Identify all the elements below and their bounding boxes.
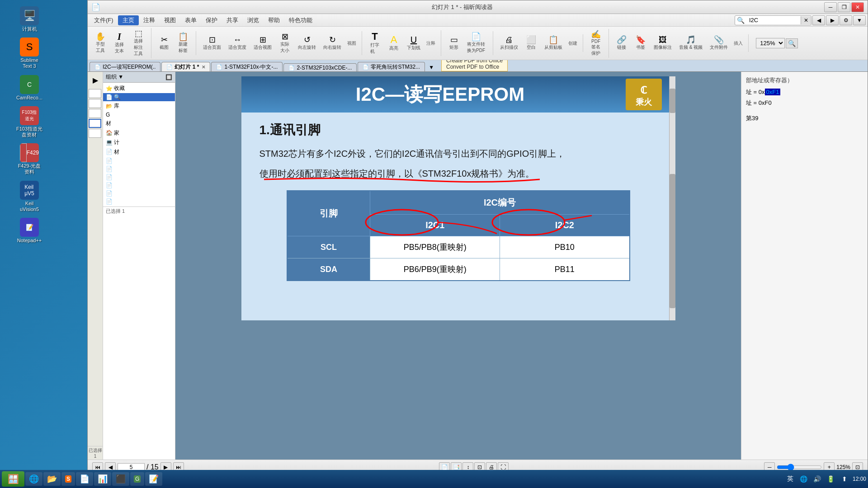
tab-more-button[interactable]: ▼	[426, 63, 437, 71]
search-input[interactable]	[746, 16, 801, 24]
tree-item-materials[interactable]: 材	[103, 119, 175, 128]
bookmark-icon: 🔖	[636, 36, 646, 44]
screenshot-button[interactable]: ✂ 截图	[155, 34, 173, 52]
desktop-icon-computer[interactable]: 🖥️ 计算机	[9, 5, 50, 34]
select-annotation-button[interactable]: ⬚ 选择标注工具	[129, 28, 147, 58]
tree-item-doc3[interactable]: 📄	[103, 165, 175, 173]
zoom-select[interactable]: 125% 100% 75% 150%	[756, 38, 785, 48]
tree-item-doc6[interactable]: 📄	[103, 189, 175, 197]
stamp-button[interactable]: 📋 新建标签	[174, 31, 192, 55]
taskbar-item-sublime[interactable]: S	[61, 472, 75, 486]
desktop-icon-f103[interactable]: F103指道光 F103指道光盘资材	[9, 104, 50, 140]
minimize-button[interactable]: ─	[824, 2, 837, 12]
right-panel-line2: 址 = 0xF0	[746, 99, 863, 107]
hand-tool-button[interactable]: ✋ 手型工具	[91, 31, 109, 55]
tab-close-2[interactable]: ✕	[202, 65, 205, 70]
tray-battery-icon[interactable]: 🔋	[826, 474, 836, 484]
tab-stm32-cde[interactable]: 📄 2-STM32F103xCDE-...	[283, 63, 357, 72]
desktop-icon-f429[interactable]: F429 F429-光盘资料	[9, 141, 50, 177]
select-annotation-icon: ⬚	[135, 29, 142, 38]
taskbar-item-browser[interactable]: 🌐	[25, 472, 42, 486]
link-button[interactable]: 🔗 链接	[613, 34, 631, 52]
tree-item-doc7[interactable]: 📄	[103, 197, 175, 206]
tree-item-doc2[interactable]: 📄	[103, 157, 175, 165]
rotate-right-button[interactable]: ↻ 向右旋转	[320, 34, 344, 52]
taskbar-item-notepad[interactable]: 📝	[145, 472, 162, 486]
zoom-percentage: 125%	[836, 464, 850, 470]
fit-region-button[interactable]: ⊞ 适合视图	[250, 34, 275, 52]
menu-help[interactable]: 帮助	[264, 15, 284, 25]
from-scanner-button[interactable]: 🖨 从扫描仪	[497, 34, 521, 52]
search-nav-next[interactable]: ▶	[826, 15, 839, 25]
menu-form[interactable]: 表单	[180, 15, 201, 25]
search-expand[interactable]: ▼	[853, 15, 866, 25]
tree-item-computer[interactable]: 💻 计	[103, 138, 175, 147]
desktop-icon-keil[interactable]: KeilμV5 KeiluVision5	[9, 179, 50, 214]
menu-home[interactable]: 主页	[118, 15, 139, 25]
tree-item-library[interactable]: 📂库	[103, 101, 175, 111]
slide-logo: 𝕔 秉火	[626, 79, 662, 110]
slide-thumb-3[interactable]	[89, 109, 101, 118]
tab-slide1[interactable]: 📄 幻灯片 1 * ✕	[161, 62, 210, 72]
slide-thumb-5[interactable]	[89, 129, 101, 138]
typewriter-button[interactable]: T 打字机	[366, 30, 384, 56]
menu-special[interactable]: 特色功能	[284, 15, 317, 25]
from-clipboard-button[interactable]: 📋 从剪贴板	[541, 34, 566, 52]
fit-page-button[interactable]: ⊡ 适合页面	[200, 34, 224, 52]
tree-item-selected[interactable]: 📄🔍	[103, 93, 175, 101]
tray-notify-icon[interactable]: ⬆	[839, 474, 850, 484]
menu-comment[interactable]: 注释	[139, 15, 160, 25]
tree-item-home[interactable]: 🏠 家	[103, 128, 175, 138]
desktop-icon-camrec[interactable]: C CamReco...	[9, 73, 50, 103]
rectangle-button[interactable]: ▭ 矩形	[445, 34, 463, 52]
highlight-button[interactable]: A 高亮	[385, 33, 403, 53]
slide-scrollbar[interactable]	[669, 76, 675, 320]
close-button[interactable]: ✕	[851, 2, 864, 12]
tree-item-doc1[interactable]: 📄 材	[103, 147, 175, 157]
tree-item-doc5[interactable]: 📄	[103, 181, 175, 189]
rotate-left-button[interactable]: ↺ 向左旋转	[295, 34, 319, 52]
actual-size-button[interactable]: ⊠ 实际大小	[276, 31, 294, 55]
tray-keyboard-icon[interactable]: 英	[785, 474, 796, 484]
taskbar-item-cmd[interactable]: ⬛	[112, 472, 129, 486]
underline-button[interactable]: U 下划线	[404, 34, 424, 52]
audio-video-button[interactable]: 🎵 音频 & 视频	[676, 34, 706, 52]
desktop-icon-notepad[interactable]: 📝 Notepad++	[9, 216, 50, 245]
search-nav-prev[interactable]: ◀	[812, 15, 825, 25]
taskbar-item-foxitreader[interactable]: 📄	[76, 472, 93, 486]
bookmark-button[interactable]: 🔖 书签	[632, 34, 650, 52]
menu-browse[interactable]: 浏览	[243, 15, 264, 25]
zoom-in-button[interactable]: 🔍	[786, 38, 798, 48]
tab-i2c-eeprom[interactable]: 📄 I2C—读写EEPROM(..	[90, 62, 160, 72]
tree-item-favorites[interactable]: ⭐收藏	[103, 84, 175, 93]
slide-thumb-2[interactable]	[89, 99, 101, 108]
select-text-button[interactable]: I 选择文本	[110, 31, 128, 56]
search-options[interactable]: ⚙	[840, 15, 852, 25]
pdf-sign-button[interactable]: ✍ PDF签名保护	[587, 29, 605, 58]
taskbar-item-excel[interactable]: 📊	[94, 472, 111, 486]
menu-file[interactable]: 文件(F)	[90, 15, 118, 25]
desktop-icon-sublime[interactable]: S SublimeText 3	[9, 36, 50, 71]
image-annotation-button[interactable]: 🖼 图像标注	[651, 34, 675, 52]
fit-width-button[interactable]: ↔ 适合宽度	[225, 34, 250, 52]
menu-view[interactable]: 视图	[160, 15, 180, 25]
tree-item-g[interactable]: G	[103, 111, 175, 119]
blank-page-button[interactable]: ⬜ 空白	[522, 34, 540, 52]
search-clear-button[interactable]: ✕	[801, 16, 811, 24]
tab-stm32-zero[interactable]: 📄 零死角玩转STM32...	[358, 62, 425, 72]
tab-stm32-chinese[interactable]: 📄 1-STM32F10x-中文-...	[211, 62, 283, 72]
slide-thumb-active[interactable]	[89, 119, 101, 128]
menu-protect[interactable]: 保护	[201, 15, 222, 25]
slide-thumb-1[interactable]	[89, 89, 101, 98]
menu-share[interactable]: 共享	[222, 15, 243, 25]
tree-item-doc4[interactable]: 📄	[103, 173, 175, 181]
sidebar-expand-button[interactable]: ▶	[89, 74, 102, 86]
tray-network-icon[interactable]: 🌐	[798, 474, 809, 484]
taskbar-item-explorer[interactable]: 📂	[43, 472, 61, 486]
taskbar-item-goldendict[interactable]: G	[130, 472, 144, 486]
file-attachment-button[interactable]: 📎 文件附件	[707, 34, 731, 52]
start-button[interactable]: 🪟	[2, 471, 24, 487]
convert-to-pdf-button[interactable]: 📄 将文件转换为PDF	[464, 31, 488, 55]
restore-button[interactable]: ❐	[838, 2, 850, 12]
tray-volume-icon[interactable]: 🔊	[812, 474, 823, 484]
